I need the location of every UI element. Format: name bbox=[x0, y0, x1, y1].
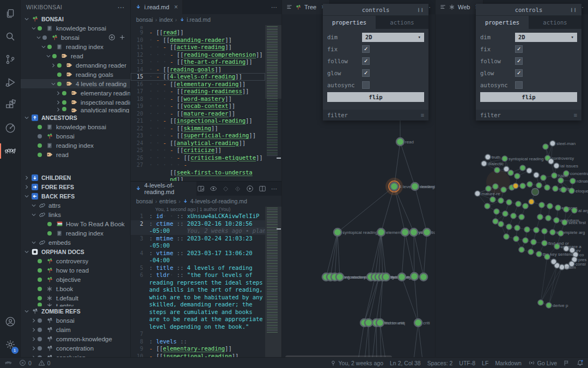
graph-node-habit[interactable] bbox=[552, 173, 557, 178]
collapse-icon[interactable]: ❙❙ bbox=[417, 7, 424, 13]
section-back-refs[interactable]: BACK REFS bbox=[21, 191, 130, 201]
tree-item-knowledge-bonsai[interactable]: knowledge bonsai bbox=[21, 122, 130, 131]
checkbox-follow[interactable]: ✓ bbox=[515, 57, 523, 65]
code-line[interactable]: 21· · - [[inspectional-reading]] bbox=[131, 117, 265, 125]
activity-item-run-debug-icon[interactable] bbox=[0, 71, 21, 94]
graph-node-analytical[interactable] bbox=[401, 228, 409, 236]
graph-node-the-art-of[interactable] bbox=[382, 273, 390, 281]
code-line[interactable]: 12· · · - [[reading-comprehension]] bbox=[131, 51, 265, 59]
graph-node[interactable] bbox=[498, 198, 504, 203]
checkbox-glow[interactable]: ✓ bbox=[515, 69, 523, 77]
graph-node-goals[interactable] bbox=[553, 186, 558, 191]
code-line[interactable]: 1: id· · :: xUnsuw4aLCKAivwTelIiP bbox=[131, 213, 265, 220]
tree-item-4-levels-of-reading[interactable]: 4 levels of reading bbox=[21, 79, 130, 88]
tree-item-links[interactable]: links bbox=[21, 210, 130, 219]
controls-tab-actions[interactable]: actions bbox=[376, 16, 428, 29]
run-preview-icon[interactable] bbox=[246, 185, 254, 192]
code-line[interactable]: reading represent the ideal steps bbox=[131, 279, 265, 287]
tree-item-embeds[interactable]: embeds bbox=[21, 238, 130, 247]
graph-node[interactable] bbox=[519, 247, 524, 252]
graph-node-seek-first-to-und[interactable] bbox=[365, 319, 372, 327]
activity-item-extensions-icon[interactable] bbox=[0, 94, 21, 117]
graph-node-find-and-or[interactable] bbox=[542, 240, 547, 246]
code-line[interactable]: 15· - [[4-levels-of-reading]] bbox=[131, 73, 265, 81]
tree-item-reading-index[interactable]: reading index bbox=[21, 42, 130, 51]
section-ancestors[interactable]: ANCESTORS bbox=[21, 113, 130, 122]
controls-tab-properties[interactable]: properties bbox=[476, 16, 529, 29]
status-broadcast[interactable]: Go Live bbox=[528, 359, 557, 366]
checkbox-fix[interactable]: ✓ bbox=[362, 45, 370, 53]
graph-node[interactable] bbox=[532, 189, 539, 196]
graph-node-the-key-sentence[interactable] bbox=[536, 251, 542, 257]
code-line[interactable]: 22· · · - [[skimming]] bbox=[131, 125, 265, 132]
flip-button[interactable]: flip bbox=[480, 92, 577, 102]
flip-button[interactable]: flip bbox=[327, 92, 424, 102]
tree-item-t-entry[interactable]: t.entry bbox=[21, 303, 130, 306]
code-line[interactable]: 26· · · · - [[criticism-etiquette]] bbox=[131, 154, 265, 162]
code-line[interactable]: 5: title :: 4 levels of reading bbox=[131, 264, 265, 272]
split-editor-icon[interactable] bbox=[259, 185, 266, 192]
blame-eye-icon[interactable] bbox=[210, 185, 217, 192]
activity-item-source-control-icon[interactable] bbox=[0, 48, 21, 71]
tree-item-reading-index[interactable]: reading index bbox=[21, 141, 130, 150]
graph-node[interactable] bbox=[504, 234, 509, 239]
code-line[interactable]: and skills in the art of reading, bbox=[131, 286, 265, 294]
code-line[interactable]: 24· · - [[analytical-reading]] bbox=[131, 140, 265, 147]
code-line[interactable]: 9- [[elementary-reading]] bbox=[131, 345, 265, 353]
tree-item-inspectional-reading[interactable]: inspectional reading bbox=[21, 98, 130, 107]
graph-node[interactable] bbox=[523, 203, 528, 209]
status-error[interactable]: 0 bbox=[19, 359, 32, 366]
tree-item-read[interactable]: read bbox=[21, 51, 130, 61]
tree-item-claim[interactable]: claim bbox=[21, 325, 130, 334]
tree-item-elementary-reading[interactable]: elementary reading bbox=[21, 88, 130, 98]
graph-node[interactable] bbox=[531, 239, 536, 245]
collapse-icon[interactable]: ❙❙ bbox=[570, 7, 577, 13]
graph-node[interactable] bbox=[514, 173, 520, 179]
graph-node[interactable] bbox=[511, 213, 516, 219]
graph-node-mature-re[interactable] bbox=[475, 191, 480, 196]
code-line[interactable]: 11· · - [[active-reading]] bbox=[131, 44, 265, 51]
activity-item-account-icon[interactable] bbox=[0, 310, 21, 333]
code-line[interactable]: 13· · · - [[the-art-of-reading]] bbox=[131, 58, 265, 66]
tree-item-knowledge-bonsai[interactable]: knowledge bonsai bbox=[21, 23, 130, 33]
graph-node[interactable] bbox=[558, 178, 564, 183]
graph-node-misinform[interactable] bbox=[554, 218, 559, 223]
graph-node[interactable] bbox=[513, 183, 518, 189]
open-preview-icon[interactable] bbox=[197, 185, 205, 192]
code-line[interactable]: 20· · · - [[mature-reader]] bbox=[131, 110, 265, 118]
graph-node[interactable] bbox=[490, 197, 495, 202]
graph-node-4-levels-of-reading[interactable] bbox=[390, 183, 398, 190]
code-line[interactable]: which are to be habituated by any bbox=[131, 294, 265, 301]
sidebar-more-icon[interactable]: ⋯ bbox=[118, 3, 125, 11]
graph-node-vocab-context[interactable] bbox=[336, 273, 344, 281]
tree-item-concentration[interactable]: concentration bbox=[21, 343, 130, 353]
graph-node[interactable] bbox=[548, 159, 554, 164]
dim-select[interactable]: 2D▾ bbox=[362, 33, 424, 42]
code-line[interactable]: 17· · · - [[reading-readiness]] bbox=[131, 88, 265, 95]
graph-node[interactable] bbox=[420, 273, 427, 281]
code-line[interactable]: [[seek-first-to-understa bbox=[131, 169, 265, 177]
tree-item-demanding-reader[interactable]: demanding reader bbox=[21, 61, 130, 70]
graph-node[interactable] bbox=[494, 209, 499, 214]
graph-node-compare-a[interactable] bbox=[554, 244, 560, 249]
close-icon[interactable]: × bbox=[174, 3, 178, 11]
code-line[interactable]: 23· · · - [[superficial-reading]] bbox=[131, 132, 265, 140]
graph-node[interactable] bbox=[494, 167, 500, 173]
breadcrumb-item[interactable]: entries bbox=[159, 198, 176, 204]
codelens[interactable]: You, 1 second ago | 1 author (You) bbox=[131, 207, 265, 213]
status-lf[interactable]: LF bbox=[482, 360, 488, 366]
graph-node[interactable] bbox=[564, 207, 569, 212]
graph-node[interactable] bbox=[528, 249, 534, 255]
code-line[interactable]: 27· · · · · - bbox=[131, 161, 265, 169]
graph-node[interactable] bbox=[514, 225, 520, 231]
breadcrumb[interactable]: bonsai› index› i.read.md bbox=[131, 14, 281, 25]
activity-item-search-icon[interactable] bbox=[0, 25, 21, 48]
more-actions-icon[interactable]: ⋯ bbox=[271, 185, 277, 192]
graph-node[interactable] bbox=[529, 199, 534, 204]
breadcrumb[interactable]: bonsai› entries› 4-levels-of-reading.md bbox=[131, 196, 281, 207]
code-line[interactable]: 4: vtime :: 2023-03-17 13:06:20 bbox=[131, 250, 265, 257]
section-orphan-docs[interactable]: ORPHAN DOCS bbox=[21, 247, 130, 256]
controls-tab-actions[interactable]: actions bbox=[529, 16, 581, 29]
section-bonsai[interactable]: BONSAI bbox=[21, 14, 130, 23]
tab-iread[interactable]: i.read.md × bbox=[131, 0, 183, 14]
